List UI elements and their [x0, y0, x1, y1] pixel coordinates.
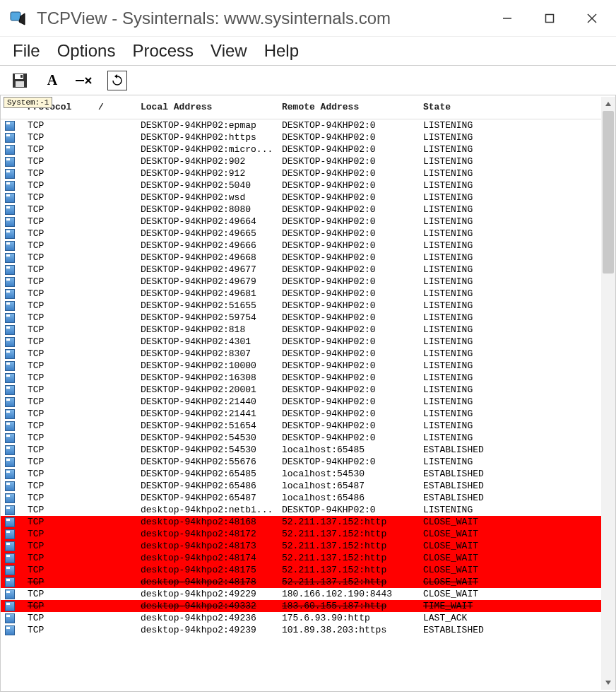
table-row[interactable]: TCPDESKTOP-94KHP02:49666DESKTOP-94KHP02:…	[1, 240, 601, 252]
cell-local-address: DESKTOP-94KHP02:10000	[141, 360, 282, 371]
svg-rect-7	[16, 81, 24, 87]
cell-protocol: TCP	[28, 469, 98, 479]
svg-rect-8	[20, 75, 23, 78]
menu-options[interactable]: Options	[57, 41, 116, 61]
table-row[interactable]: TCPDESKTOP-94KHP02:51655DESKTOP-94KHP02:…	[1, 300, 601, 312]
table-row[interactable]: TCPDESKTOP-94KHP02:49679DESKTOP-94KHP02:…	[1, 276, 601, 288]
table-row[interactable]: TCPDESKTOP-94KHP02:21441DESKTOP-94KHP02:…	[1, 408, 601, 420]
cell-protocol: TCP	[28, 384, 98, 395]
table-row[interactable]: TCPDESKTOP-94KHP02:20001DESKTOP-94KHP02:…	[1, 384, 601, 396]
cell-local-address: DESKTOP-94KHP02:49681	[141, 288, 282, 299]
table-row[interactable]: TCPDESKTOP-94KHP02:49665DESKTOP-94KHP02:…	[1, 228, 601, 240]
cell-state: LISTENING	[423, 505, 543, 515]
cell-local-address: DESKTOP-94KHP02:16308	[141, 372, 282, 383]
cell-local-address: DESKTOP-94KHP02:micro...	[141, 144, 282, 155]
cell-local-address: desktop-94khpo2:49236	[141, 613, 282, 623]
table-row[interactable]: TCPdesktop-94khpo2:netbi...DESKTOP-94KHP…	[1, 504, 601, 516]
cell-state: CLOSE_WAIT	[423, 529, 543, 539]
cell-state: LAST_ACK	[423, 613, 543, 623]
connections-table[interactable]: Protocol / Local Address Remote Address …	[1, 95, 601, 691]
menu-file[interactable]: File	[13, 41, 40, 61]
cell-protocol: TCP	[28, 493, 98, 503]
vertical-scrollbar[interactable]	[601, 97, 615, 690]
cell-local-address: DESKTOP-94KHP02:5040	[141, 180, 282, 191]
cell-remote-address: DESKTOP-94KHP02:0	[282, 276, 423, 287]
table-row[interactable]: TCPdesktop-94khpo2:49229180.166.102.190:…	[1, 588, 601, 600]
close-button[interactable]	[571, 4, 613, 33]
process-icon	[5, 385, 28, 395]
table-row[interactable]: TCPDESKTOP-94KHP02:httpsDESKTOP-94KHP02:…	[1, 131, 601, 143]
table-row[interactable]: TCPdesktop-94khpo2:4817352.211.137.152:h…	[1, 540, 601, 552]
table-row[interactable]: TCPDESKTOP-94KHP02:8080DESKTOP-94KHP02:0…	[1, 204, 601, 216]
table-row[interactable]: TCPDESKTOP-94KHP02:10000DESKTOP-94KHP02:…	[1, 360, 601, 372]
col-slash[interactable]: /	[98, 102, 141, 112]
table-row[interactable]: TCPDESKTOP-94KHP02:49668DESKTOP-94KHP02:…	[1, 252, 601, 264]
table-row[interactable]: TCPDESKTOP-94KHP02:54530DESKTOP-94KHP02:…	[1, 432, 601, 444]
table-row[interactable]: TCPDESKTOP-94KHP02:21440DESKTOP-94KHP02:…	[1, 396, 601, 408]
cell-local-address: DESKTOP-94KHP02:21440	[141, 396, 282, 407]
scroll-thumb[interactable]	[603, 111, 614, 274]
cell-remote-address: 52.211.137.152:http	[282, 529, 423, 539]
save-icon[interactable]	[10, 71, 30, 90]
table-row[interactable]: TCPdesktop-94khpo2:49236175.6.93.90:http…	[1, 612, 601, 624]
cell-state: LISTENING	[423, 228, 543, 239]
table-row[interactable]: TCPDESKTOP-94KHP02:epmapDESKTOP-94KHP02:…	[1, 119, 601, 131]
table-row[interactable]: TCPDESKTOP-94KHP02:51654DESKTOP-94KHP02:…	[1, 420, 601, 432]
cell-protocol: TCP	[28, 216, 98, 227]
process-icon	[5, 565, 28, 575]
table-row[interactable]: TCPdesktop-94khpo2:4817252.211.137.152:h…	[1, 528, 601, 540]
table-row[interactable]: TCPDESKTOP-94KHP02:wsdDESKTOP-94KHP02:0L…	[1, 192, 601, 204]
col-local-address[interactable]: Local Address	[141, 102, 282, 112]
table-row[interactable]: TCPDESKTOP-94KHP02:818DESKTOP-94KHP02:0L…	[1, 324, 601, 336]
table-row[interactable]: TCPDESKTOP-94KHP02:65487localhost:65486E…	[1, 492, 601, 504]
scroll-up-icon[interactable]	[601, 97, 615, 111]
table-row[interactable]: TCPDESKTOP-94KHP02:49664DESKTOP-94KHP02:…	[1, 216, 601, 228]
cell-local-address: DESKTOP-94KHP02:49666	[141, 240, 282, 251]
menu-help[interactable]: Help	[264, 41, 299, 61]
table-row[interactable]: TCPDESKTOP-94KHP02:4301DESKTOP-94KHP02:0…	[1, 336, 601, 348]
font-icon[interactable]: A	[42, 71, 62, 90]
table-row[interactable]: TCPDESKTOP-94KHP02:8307DESKTOP-94KHP02:0…	[1, 348, 601, 360]
table-row[interactable]: TCPDESKTOP-94KHP02:micro...DESKTOP-94KHP…	[1, 143, 601, 155]
table-row[interactable]: TCPDESKTOP-94KHP02:65486localhost:65487E…	[1, 480, 601, 492]
table-row[interactable]: TCPdesktop-94khpo2:4817452.211.137.152:h…	[1, 552, 601, 564]
col-state[interactable]: State	[423, 102, 543, 112]
process-icon	[5, 577, 28, 587]
cell-state: LISTENING	[423, 312, 543, 323]
table-row[interactable]: TCPDESKTOP-94KHP02:16308DESKTOP-94KHP02:…	[1, 372, 601, 384]
table-row[interactable]: TCPDESKTOP-94KHP02:49681DESKTOP-94KHP02:…	[1, 288, 601, 300]
table-row[interactable]: TCPDESKTOP-94KHP02:5040DESKTOP-94KHP02:0…	[1, 180, 601, 192]
table-row[interactable]: TCPdesktop-94khpo2:49332183.60.155.187:h…	[1, 600, 601, 612]
table-row[interactable]: TCPdesktop-94khpo2:4816852.211.137.152:h…	[1, 516, 601, 528]
disconnect-icon[interactable]	[75, 71, 95, 90]
table-row[interactable]: TCPDESKTOP-94KHP02:54530localhost:65485E…	[1, 444, 601, 456]
table-row[interactable]: TCPDESKTOP-94KHP02:65485localhost:54530E…	[1, 468, 601, 480]
table-row[interactable]: TCPDESKTOP-94KHP02:912DESKTOP-94KHP02:0L…	[1, 167, 601, 180]
table-row[interactable]: TCPDESKTOP-94KHP02:902DESKTOP-94KHP02:0L…	[1, 155, 601, 167]
table-row[interactable]: TCPdesktop-94khpo2:49239101.89.38.203:ht…	[1, 624, 601, 636]
table-row[interactable]: TCPDESKTOP-94KHP02:49677DESKTOP-94KHP02:…	[1, 264, 601, 276]
table-row[interactable]: TCPDESKTOP-94KHP02:59754DESKTOP-94KHP02:…	[1, 312, 601, 324]
menu-view[interactable]: View	[211, 41, 247, 61]
scroll-down-icon[interactable]	[601, 676, 615, 690]
cell-protocol: TCP	[28, 240, 98, 251]
refresh-icon[interactable]	[107, 71, 127, 90]
col-remote-address[interactable]: Remote Address	[282, 102, 423, 112]
table-header[interactable]: Protocol / Local Address Remote Address …	[1, 95, 601, 119]
menu-process[interactable]: Process	[132, 41, 194, 61]
scroll-track[interactable]	[601, 111, 615, 676]
cell-protocol: TCP	[28, 264, 98, 275]
cell-protocol: TCP	[28, 180, 98, 191]
cell-protocol: TCP	[28, 372, 98, 383]
cell-remote-address: 175.6.93.90:http	[282, 613, 423, 623]
cell-protocol: TCP	[28, 517, 98, 527]
cell-local-address: DESKTOP-94KHP02:65487	[141, 493, 282, 503]
cell-local-address: DESKTOP-94KHP02:wsd	[141, 192, 282, 203]
cell-remote-address: DESKTOP-94KHP02:0	[282, 216, 423, 227]
table-row[interactable]: TCPdesktop-94khpo2:4817852.211.137.152:h…	[1, 576, 601, 588]
table-row[interactable]: TCPdesktop-94khpo2:4817552.211.137.152:h…	[1, 564, 601, 576]
minimize-button[interactable]	[486, 4, 528, 33]
cell-local-address: DESKTOP-94KHP02:54530	[141, 445, 282, 455]
maximize-button[interactable]	[528, 4, 571, 33]
table-row[interactable]: TCPDESKTOP-94KHP02:55676DESKTOP-94KHP02:…	[1, 456, 601, 468]
